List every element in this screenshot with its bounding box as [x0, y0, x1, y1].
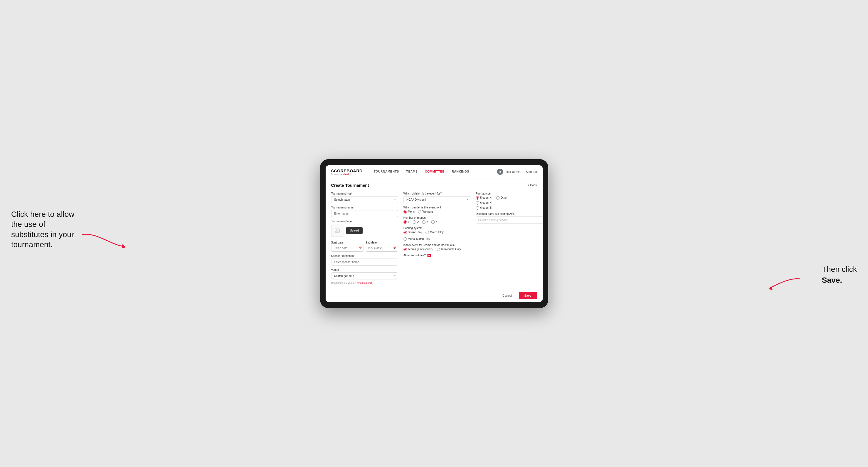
6count4-label[interactable]: 6 count 4 — [480, 201, 492, 204]
nav-link-rankings[interactable]: RANKINGS — [449, 168, 472, 175]
match-play-label[interactable]: Match Play — [430, 231, 443, 234]
sponsor-label: Sponsor (optional) — [331, 254, 398, 257]
medal-match-radio[interactable] — [404, 238, 407, 241]
allow-substitutes-label: Allow substitutes? — [404, 254, 426, 257]
5count4-label[interactable]: 5 count 4 — [480, 196, 492, 199]
rounds-1-radio[interactable] — [404, 220, 407, 224]
nav-link-teams[interactable]: TEAMS — [404, 168, 421, 175]
scoring-system-radio-group: Stroke Play Match Play Medal Match Play — [404, 231, 470, 241]
form-grid: Tournament Host Search team Tournament n… — [331, 192, 537, 284]
tournament-name-label: Tournament name — [331, 206, 398, 209]
format-row-1: 5 count 4 Other — [476, 196, 543, 199]
nav-links: TOURNAMENTS TEAMS COMMITTEE RANKINGS — [371, 168, 497, 175]
6count4-item: 6 count 4 — [476, 201, 492, 205]
stroke-play-item: Stroke Play — [404, 231, 422, 234]
form-section-middle: Which division is the event for? NCAA Di… — [404, 192, 470, 284]
rounds-3-item: 3 — [422, 220, 428, 224]
svg-rect-1 — [335, 229, 340, 232]
teams-radio[interactable] — [404, 248, 407, 251]
form-section-left: Tournament Host Search team Tournament n… — [331, 192, 398, 284]
scoring-api-select[interactable]: Select a scoring service — [476, 217, 543, 223]
rounds-1-item: 1 — [404, 220, 410, 224]
start-date-wrapper: 📅 — [331, 245, 364, 252]
end-date-field: End date 📅 — [366, 240, 398, 252]
rounds-2-label[interactable]: 2 — [417, 220, 419, 223]
start-date-field: Start date 📅 — [331, 240, 364, 252]
rounds-3-label[interactable]: 3 — [427, 220, 428, 223]
form-section-right: Format type 5 count 4 Other — [476, 192, 543, 284]
gender-womens-radio[interactable] — [418, 210, 421, 214]
tablet-device: SCOREBOARD Powered by clippd TOURNAMENTS… — [320, 159, 548, 308]
6count5-radio[interactable] — [476, 206, 479, 210]
logo-powered: Powered by clippd — [331, 173, 363, 175]
medal-match-label[interactable]: Medal Match Play — [408, 238, 430, 241]
other-format-radio[interactable] — [496, 196, 500, 199]
individuals-radio[interactable] — [437, 248, 440, 251]
tournament-host-select[interactable]: Search team — [331, 196, 398, 203]
gender-womens-item: Womens — [418, 210, 433, 214]
5count4-radio[interactable] — [476, 196, 479, 199]
back-link[interactable]: < Back — [528, 183, 537, 187]
rounds-2-radio[interactable] — [413, 220, 416, 224]
signout-link[interactable]: Sign out — [526, 170, 537, 174]
page-title: Create Tournament — [331, 183, 369, 188]
tablet-screen: SCOREBOARD Powered by clippd TOURNAMENTS… — [326, 165, 543, 302]
match-play-radio[interactable] — [426, 231, 429, 234]
teams-item: Teams (+Individuals) — [404, 248, 434, 251]
5count4-item: 5 count 4 — [476, 196, 492, 199]
gender-radio-group: Mens Womens — [404, 210, 470, 214]
teams-label[interactable]: Teams (+Individuals) — [408, 248, 434, 251]
arrow-right-icon — [767, 275, 803, 291]
6count5-label[interactable]: 6 count 5 — [480, 206, 492, 209]
start-date-label: Start date — [331, 241, 343, 244]
page-header: Create Tournament < Back — [331, 183, 537, 188]
format-row-2: 6 count 4 — [476, 201, 543, 205]
user-name: blair admin — [505, 170, 520, 174]
svg-marker-0 — [122, 244, 126, 249]
allow-substitutes-checkbox[interactable] — [428, 254, 431, 257]
format-options: 5 count 4 Other — [476, 196, 543, 210]
upload-button[interactable]: Upload — [346, 227, 363, 234]
end-date-label: End date — [366, 241, 377, 244]
venue-select[interactable]: Search golf club — [331, 273, 398, 279]
rounds-1-label[interactable]: 1 — [408, 220, 410, 223]
tournament-logo-group: Tournament logo Upload — [331, 220, 398, 237]
gender-womens-label[interactable]: Womens — [423, 210, 433, 213]
rounds-3-radio[interactable] — [422, 220, 426, 224]
email-support-link[interactable]: email support — [357, 282, 372, 284]
individuals-item: Individuals Only — [437, 248, 461, 251]
gender-mens-radio[interactable] — [404, 210, 407, 214]
venue-group: Venue Search golf club Can't find your v… — [331, 268, 398, 284]
format-type-label: Format type — [476, 192, 543, 195]
scoring-api-label: Use third-party live scoring API? — [476, 212, 543, 215]
rounds-4-label[interactable]: 4 — [436, 220, 437, 223]
cancel-button[interactable]: Cancel — [499, 292, 516, 299]
nav-link-tournaments[interactable]: TOURNAMENTS — [371, 168, 402, 175]
rounds-4-radio[interactable] — [431, 220, 435, 224]
sponsor-input[interactable] — [331, 258, 398, 266]
logo-placeholder-icon — [331, 225, 343, 237]
stroke-play-label[interactable]: Stroke Play — [408, 231, 422, 234]
annotation-save: Save. — [822, 276, 842, 284]
arrow-left-icon — [79, 229, 129, 251]
stroke-play-radio[interactable] — [404, 231, 407, 234]
gender-mens-label[interactable]: Mens — [408, 210, 415, 213]
calendar-icon-end: 📅 — [393, 247, 396, 249]
nav-link-committee[interactable]: COMMITTEE — [422, 168, 447, 175]
6count4-radio[interactable] — [476, 201, 479, 205]
tournament-name-input[interactable] — [331, 210, 398, 217]
page-content: Create Tournament < Back Tournament Host… — [326, 178, 543, 289]
logo-scoreboard: SCOREBOARD — [331, 168, 363, 173]
logo-clippd: clippd — [343, 173, 349, 175]
other-format-label[interactable]: Other — [501, 196, 507, 199]
division-select[interactable]: NCAA Division I NCAA Division II NCAA Di… — [404, 196, 470, 203]
format-type-group: Format type 5 count 4 Other — [476, 192, 543, 210]
save-button[interactable]: Save — [519, 292, 537, 299]
allow-substitutes-item: Allow substitutes? — [404, 254, 470, 257]
individuals-label[interactable]: Individuals Only — [441, 248, 461, 251]
scoring-api-select-wrapper: Select a scoring service — [476, 217, 543, 223]
scoring-system-label: Scoring system — [404, 226, 470, 229]
logo-upload-area: Upload — [331, 225, 398, 237]
teams-individuals-group: Is this event for Teams and/or Individua… — [404, 244, 470, 251]
tournament-host-label: Tournament Host — [331, 192, 398, 195]
